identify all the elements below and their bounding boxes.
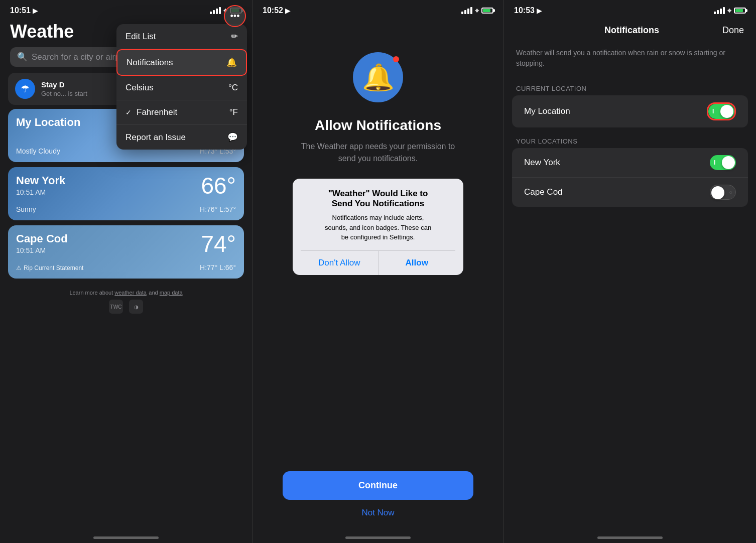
status-bar-1: 10:51 ▶ ⌖ (0, 0, 252, 17)
temp-new-york: 66° (201, 174, 236, 197)
allow-button[interactable]: Allow (379, 251, 456, 275)
time-3: 10:53 (514, 6, 535, 15)
new-york-label: New York (524, 158, 560, 168)
checkmark-icon: ✓ (125, 108, 132, 116)
location-arrow-icon-3: ▶ (537, 7, 542, 15)
threedot-button[interactable]: ••• (224, 5, 246, 27)
new-york-row: New York I (512, 148, 748, 178)
notifications-settings-header: Notifications Done (504, 17, 756, 44)
your-locations-section-label: YOUR LOCATIONS (504, 133, 756, 148)
panel-allow-notifications: 10:52 ▶ ⌖ 🔔 Allow Notifications The Weat… (252, 0, 504, 543)
location-arrow-icon: ▶ (33, 7, 38, 15)
your-locations-group: New York I Cape Cod ○ (512, 148, 748, 207)
alert-buttons: Don't Allow Allow (301, 250, 455, 275)
bubble-icon: 💬 (227, 132, 238, 143)
new-york-toggle[interactable]: I (710, 155, 736, 170)
condition-my-location: Mostly Cloudy (16, 147, 60, 155)
cape-cod-label: Cape Cod (524, 187, 563, 197)
edit-list-label: Edit List (125, 32, 156, 42)
time-cape-cod: 10:51 AM (16, 246, 68, 254)
allow-notifications-title: Allow Notifications (315, 117, 441, 133)
threedot-icon: ••• (230, 11, 240, 22)
signal-icon (210, 7, 221, 14)
city-new-york: New York (16, 174, 65, 187)
time-2: 10:52 (263, 6, 283, 15)
footer-map-data[interactable]: map data (160, 290, 183, 296)
report-issue-label: Report an Issue (125, 132, 186, 143)
temp-cape-cod: 74° (201, 232, 236, 255)
search-icon: 🔍 (17, 52, 28, 62)
panel2-bottom: Continue Not Now (253, 471, 503, 533)
battery-icon-2 (481, 8, 493, 14)
battery-icon-3 (734, 8, 746, 14)
dont-allow-button[interactable]: Don't Allow (301, 251, 379, 275)
home-indicator-2 (345, 536, 411, 539)
fahrenheit-label: Fahrenheit (137, 107, 177, 117)
home-indicator-1 (93, 536, 159, 539)
footer: Learn more about weather data and map da… (0, 284, 252, 318)
dropdown-fahrenheit[interactable]: ✓ Fahrenheit °F (116, 100, 247, 125)
panel-notifications-settings: 10:53 ▶ ⌖ Notifications Done Weather wil… (504, 0, 756, 543)
my-location-toggle[interactable]: I (708, 104, 734, 119)
toggle-i-icon: I (712, 108, 714, 115)
cape-cod-toggle[interactable]: ○ (710, 185, 736, 200)
signal-icon-2 (461, 7, 472, 14)
my-location-toggle-wrapper: I (707, 102, 736, 120)
system-alert: "Weather" Would Like toSend You Notifica… (293, 179, 463, 275)
continue-button[interactable]: Continue (283, 471, 473, 500)
dropdown-celsius[interactable]: Celsius °C (116, 76, 247, 100)
warning-icon: ⚠ (16, 264, 22, 272)
dropdown-menu: Edit List ✏ Notifications 🔔 Celsius °C ✓… (116, 24, 247, 150)
wifi-icon-3: ⌖ (727, 7, 731, 15)
card-cape-cod[interactable]: Cape Cod 10:51 AM 74° ⚠ Rip Current Stat… (8, 225, 244, 279)
bell-icon: 🔔 (226, 57, 237, 68)
alert-title: "Weather" Would Like toSend You Notifica… (301, 189, 455, 209)
city-my-location: My Location (16, 116, 80, 129)
status-bar-3: 10:53 ▶ ⌖ (504, 0, 756, 17)
toggle-o-icon-cc: ○ (729, 189, 732, 195)
warning-text: Rip Current Statement (24, 264, 83, 272)
location-arrow-icon-2: ▶ (285, 7, 290, 15)
hl-new-york: H:76° L:57° (200, 205, 236, 213)
allow-notifications-desc: The Weather app needs your permission to… (301, 141, 455, 165)
wifi-icon-2: ⌖ (475, 7, 479, 15)
home-indicator-3 (597, 536, 663, 539)
pencil-icon: ✏ (231, 31, 238, 42)
notifications-description: Weather will send you a notification whe… (504, 44, 756, 81)
footer-weather-data[interactable]: weather data (114, 290, 147, 296)
allow-notif-body: 🔔 Allow Notifications The Weather app ne… (253, 17, 503, 535)
search-placeholder: Search for a city or airport (32, 52, 130, 62)
fahrenheit-symbol: °F (229, 107, 238, 117)
time-new-york: 10:51 AM (16, 188, 65, 196)
not-now-button[interactable]: Not Now (361, 508, 394, 518)
condition-new-york: Sunny (16, 205, 36, 213)
bell-large-icon: 🔔 (362, 62, 395, 93)
card-new-york[interactable]: New York 10:51 AM 66° Sunny H:76° L:57° (8, 167, 244, 220)
dark-sky-logo: ◑ (129, 300, 143, 314)
panel-weather-list: 10:51 ▶ ⌖ ••• Edit List ✏ Notifications (0, 0, 252, 543)
time-1: 10:51 (10, 6, 31, 15)
dropdown-notifications[interactable]: Notifications 🔔 (116, 49, 247, 76)
notifications-label: Notifications (127, 58, 173, 68)
dropdown-edit-list[interactable]: Edit List ✏ (116, 24, 247, 49)
status-bar-2: 10:52 ▶ ⌖ (253, 0, 503, 17)
city-cape-cod: Cape Cod (16, 232, 68, 245)
my-location-label: My Location (524, 106, 570, 116)
footer-and: and (149, 290, 159, 296)
footer-learn: Learn more about (69, 290, 114, 296)
current-location-section-label: CURRENT LOCATION (504, 81, 756, 95)
celsius-label: Celsius (125, 83, 154, 93)
toggle-knob-ny (722, 156, 735, 169)
notifications-settings-title: Notifications (541, 25, 722, 36)
weather-channel-logo: TWC (109, 300, 123, 314)
notification-bell-large: 🔔 (353, 52, 403, 102)
celsius-symbol: °C (228, 83, 238, 93)
hl-cape-cod: H:77° L:66° (200, 263, 236, 272)
done-button[interactable]: Done (722, 25, 744, 36)
cape-cod-row: Cape Cod ○ (512, 178, 748, 207)
warning-cape-cod: ⚠ Rip Current Statement (16, 264, 83, 272)
signal-icon-3 (714, 7, 725, 14)
umbrella-icon: ☂ (15, 79, 35, 99)
alert-body: Notifications may include alerts,sounds,… (301, 213, 455, 242)
dropdown-report-issue[interactable]: Report an Issue 💬 (116, 125, 247, 150)
